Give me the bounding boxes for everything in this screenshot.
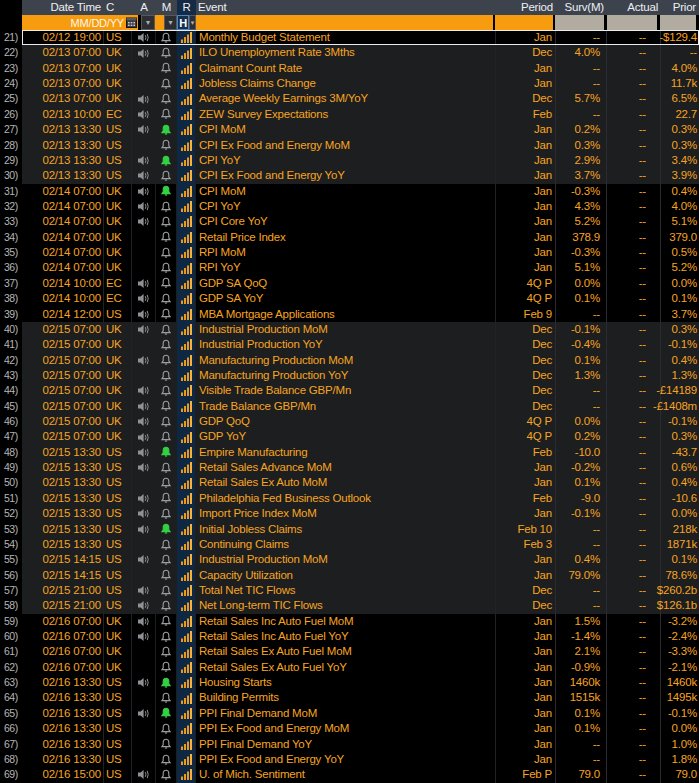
chart-cell[interactable] <box>177 675 196 690</box>
chart-cell[interactable] <box>177 552 196 567</box>
chart-icon[interactable] <box>179 323 194 336</box>
chart-icon[interactable] <box>179 661 194 674</box>
table-row[interactable]: 37) 02/14 10:00 EC GDP SA <box>0 276 699 291</box>
chart-icon[interactable] <box>179 768 194 781</box>
table-row[interactable]: 30) 02/13 13:30 US CPI Ex <box>0 168 699 183</box>
notify-cell[interactable] <box>156 506 177 521</box>
bell-icon[interactable] <box>161 754 171 766</box>
table-row[interactable]: 55) 02/15 14:15 US Industr <box>0 552 699 567</box>
chart-cell[interactable] <box>177 429 196 444</box>
chart-cell[interactable] <box>177 61 196 76</box>
notify-cell[interactable] <box>156 245 177 260</box>
speaker-icon[interactable] <box>137 109 150 120</box>
table-row[interactable]: 42) 02/15 07:00 UK Manufac <box>0 353 699 368</box>
alert-cell[interactable] <box>132 353 156 368</box>
alert-cell[interactable] <box>132 475 156 490</box>
table-row[interactable]: 67) 02/16 13:30 US PPI Fin <box>0 737 699 752</box>
alert-cell[interactable] <box>132 491 156 506</box>
table-row[interactable]: 64) 02/16 13:30 US Buildin <box>0 690 699 705</box>
chart-cell[interactable] <box>177 568 196 583</box>
notify-cell[interactable] <box>156 337 177 352</box>
chart-cell[interactable] <box>177 399 196 414</box>
notify-cell[interactable] <box>156 153 177 168</box>
chart-icon[interactable] <box>179 139 194 152</box>
speaker-icon[interactable] <box>137 769 150 780</box>
chart-icon[interactable] <box>179 277 194 290</box>
bell-icon[interactable] <box>161 416 171 428</box>
speaker-icon[interactable] <box>137 216 150 227</box>
table-row[interactable]: 58) 02/15 21:00 US Net Lon <box>0 598 699 613</box>
table-row[interactable]: 60) 02/16 07:00 UK Retail <box>0 629 699 644</box>
chart-icon[interactable] <box>179 123 194 136</box>
speaker-icon[interactable] <box>137 309 150 320</box>
notify-cell[interactable] <box>156 721 177 736</box>
notify-cell[interactable] <box>156 675 177 690</box>
chart-cell[interactable] <box>177 168 196 183</box>
alert-cell[interactable] <box>132 460 156 475</box>
bell-icon[interactable] <box>161 523 171 535</box>
bell-icon[interactable] <box>161 185 171 197</box>
alert-cell[interactable] <box>132 230 156 245</box>
notify-cell[interactable] <box>156 491 177 506</box>
table-row[interactable]: 65) 02/16 13:30 US PPI Fin <box>0 706 699 721</box>
table-row[interactable]: 57) 02/15 21:00 US Total N <box>0 583 699 598</box>
bell-icon[interactable] <box>161 400 171 412</box>
speaker-icon[interactable] <box>137 324 150 335</box>
chart-icon[interactable] <box>179 415 194 428</box>
header-date-time[interactable]: Date Time <box>22 0 104 15</box>
notify-cell[interactable] <box>156 629 177 644</box>
chart-cell[interactable] <box>177 337 196 352</box>
table-row[interactable]: 66) 02/16 13:30 US PPI Ex <box>0 721 699 736</box>
chart-icon[interactable] <box>179 431 194 444</box>
alert-cell[interactable] <box>132 383 156 398</box>
chart-icon[interactable] <box>179 738 194 751</box>
bell-icon[interactable] <box>161 492 171 504</box>
notify-cell[interactable] <box>156 429 177 444</box>
chart-icon[interactable] <box>179 722 194 735</box>
notify-cell[interactable] <box>156 184 177 199</box>
alert-cell[interactable] <box>132 506 156 521</box>
table-row[interactable]: 34) 02/14 07:00 UK Retail <box>0 230 699 245</box>
chart-cell[interactable] <box>177 475 196 490</box>
table-row[interactable]: 22) 02/13 07:00 UK ILO Une <box>0 45 699 60</box>
chart-icon[interactable] <box>179 77 194 90</box>
bell-icon[interactable] <box>161 692 171 704</box>
chart-icon[interactable] <box>179 676 194 689</box>
table-row-selected[interactable]: 21) 02/12 19:00 US Monthly <box>0 30 699 45</box>
chart-cell[interactable] <box>177 629 196 644</box>
chart-icon[interactable] <box>179 599 194 612</box>
notify-cell[interactable] <box>156 306 177 321</box>
speaker-icon[interactable] <box>137 170 150 181</box>
chart-icon[interactable] <box>179 384 194 397</box>
chart-cell[interactable] <box>177 30 196 45</box>
speaker-icon[interactable] <box>137 524 150 535</box>
chart-icon[interactable] <box>179 646 194 659</box>
table-row[interactable]: 40) 02/15 07:00 UK Industr <box>0 322 699 337</box>
chart-cell[interactable] <box>177 721 196 736</box>
table-row[interactable]: 50) 02/15 13:30 US Retail <box>0 475 699 490</box>
notify-cell[interactable] <box>156 644 177 659</box>
alert-cell[interactable] <box>132 737 156 752</box>
bell-icon[interactable] <box>161 139 171 151</box>
table-row[interactable]: 49) 02/15 13:30 US Retail <box>0 460 699 475</box>
notify-cell[interactable] <box>156 445 177 460</box>
notify-cell[interactable] <box>156 660 177 675</box>
bell-icon[interactable] <box>161 339 171 351</box>
notify-cell[interactable] <box>156 260 177 275</box>
speaker-icon[interactable] <box>137 447 150 458</box>
alert-cell[interactable] <box>132 445 156 460</box>
alert-cell[interactable] <box>132 629 156 644</box>
table-row[interactable]: 41) 02/15 07:00 UK Industr <box>0 337 699 352</box>
alert-cell[interactable] <box>132 752 156 767</box>
chart-icon[interactable] <box>179 523 194 536</box>
notify-filter-dropdown[interactable]: ▾ <box>164 15 177 30</box>
chart-cell[interactable] <box>177 353 196 368</box>
chart-cell[interactable] <box>177 690 196 705</box>
chart-cell[interactable] <box>177 522 196 537</box>
chart-icon[interactable] <box>179 169 194 182</box>
speaker-icon[interactable] <box>137 278 150 289</box>
chart-cell[interactable] <box>177 506 196 521</box>
chart-icon[interactable] <box>179 262 194 275</box>
header-event[interactable]: Event <box>196 0 496 15</box>
table-row[interactable]: 44) 02/15 07:00 UK Visible <box>0 383 699 398</box>
